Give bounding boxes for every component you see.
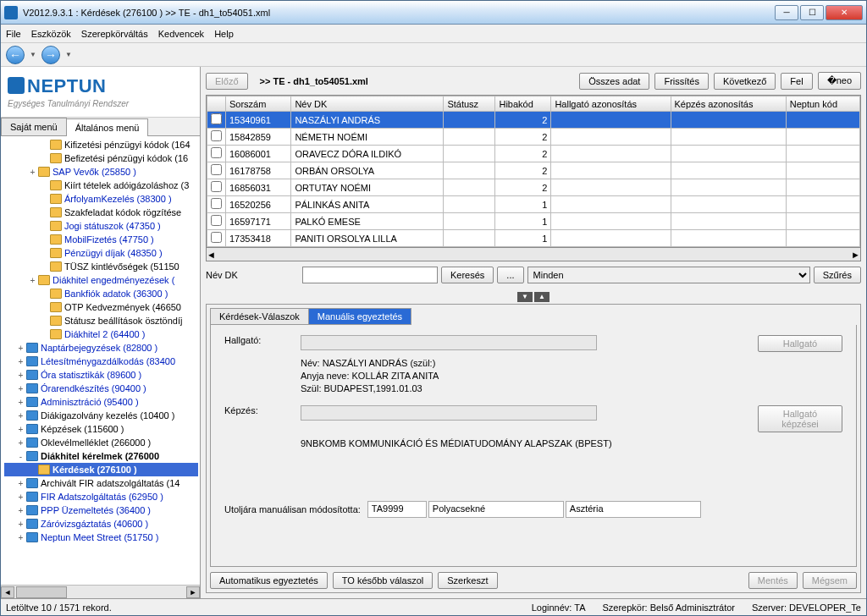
data-grid[interactable]: SorszámNév DKStátuszHibakódHallgató azon… [206, 95, 861, 248]
logo-subtitle: Egységes Tanulmányi Rendszer [8, 99, 193, 108]
tree-item[interactable]: Kiírt tételek adóigázoláshoz (3 [4, 179, 198, 192]
tree-item[interactable]: +FIR Adatszolgáltatás (62950 ) [4, 490, 198, 503]
training-label: Képzés: [224, 405, 301, 415]
tree-item[interactable]: Szakfeladat kódok rögzítése [4, 206, 198, 219]
tab-general-menu[interactable]: Általános menü [66, 118, 149, 136]
nav-forward-button[interactable]: → [41, 46, 60, 64]
tree-hscroll[interactable]: ◄ ► [1, 585, 200, 598]
nav-forward-dropdown[interactable]: ▼ [64, 46, 74, 64]
save-button[interactable]: Mentés [748, 572, 798, 589]
tree-item[interactable]: -Diákhitel kérelmek (276000 [4, 449, 198, 463]
pin-button[interactable]: �neo [818, 72, 861, 90]
filter-bar: Név DK Keresés ... Minden Szűrés [206, 267, 861, 283]
student-label: Hallgató: [224, 335, 301, 345]
menu-help[interactable]: Help [214, 29, 234, 39]
tab-own-menu[interactable]: Saját menü [1, 118, 67, 135]
tree-item[interactable]: +Létesítménygazdálkodás (83400 [4, 355, 198, 368]
nav-back-button[interactable]: ← [6, 46, 25, 64]
grid-scroll-left-icon[interactable]: ◄ [207, 250, 216, 260]
maximize-button[interactable]: ☐ [800, 5, 824, 20]
tree-item[interactable]: Diákhitel 2 (64400 ) [4, 327, 198, 341]
filter-input[interactable] [302, 267, 438, 283]
tree-item[interactable]: +Oklevélmelléklet (266000 ) [4, 436, 198, 449]
lastmod-label: Utoljára manuálisan módosította: [224, 504, 361, 514]
search-button[interactable]: Keresés [441, 267, 494, 283]
tree-item[interactable]: +Neptun Meet Street (51750 ) [4, 531, 198, 544]
edit-button[interactable]: Szerkeszt [438, 572, 497, 589]
next-button[interactable]: Következő [714, 73, 776, 90]
tree-item[interactable]: MobilFizetés (47750 ) [4, 233, 198, 246]
lastmod-firstname: Asztéria [566, 501, 701, 518]
right-panel: Előző >> TE - dh1_to54051.xml Összes ada… [201, 67, 866, 598]
tree-item[interactable]: +Adminisztráció (95400 ) [4, 395, 198, 409]
window-title: V2012.9.3.1 : Kérdések (276100 ) >> TE -… [23, 8, 775, 18]
menu-roleswitch[interactable]: Szerepkörváltás [81, 29, 148, 39]
lastmod-lastname: Polyacsekné [428, 501, 564, 518]
training-button[interactable]: Hallgató képzései [758, 405, 842, 432]
tree-item[interactable]: +Archivált FIR adatszolgáltatás (14 [4, 476, 198, 490]
scroll-left-icon[interactable]: ◄ [1, 586, 14, 598]
logo-area: NEPTUN Egységes Tanulmányi Rendszer [1, 67, 200, 118]
breadcrumb-path: >> TE - dh1_to54051.xml [260, 76, 368, 86]
browse-button[interactable]: ... [497, 267, 523, 283]
tree-item[interactable]: Pénzügyi díjak (48350 ) [4, 246, 198, 260]
menu-file[interactable]: File [6, 29, 21, 39]
app-icon [4, 6, 18, 19]
tree-item[interactable]: Bankfiók adatok (36300 ) [4, 287, 198, 300]
status-records: Letöltve 10 / 1571 rekord. [6, 602, 112, 613]
tree-item[interactable]: +SAP Vevők (25850 ) [4, 165, 198, 179]
tree-item[interactable]: TÜSZ kintlévőségek (51150 [4, 260, 198, 273]
app-window: V2012.9.3.1 : Kérdések (276100 ) >> TE -… [0, 0, 867, 616]
tree-item[interactable]: ÁrfolyamKezelés (38300 ) [4, 192, 198, 206]
status-login: Loginnév: TA [532, 602, 586, 613]
tree-item[interactable]: +PPP Üzemeltetés (36400 ) [4, 503, 198, 517]
up-button[interactable]: Fel [781, 73, 812, 90]
refresh-button[interactable]: Frissítés [654, 73, 709, 90]
grid-scroll-right-icon[interactable]: ► [851, 250, 860, 260]
scroll-thumb[interactable] [16, 586, 67, 598]
tree-item[interactable]: Kifizetési pénzügyi kódok (164 [4, 138, 198, 151]
tree-item[interactable]: +Órarendkészítés (90400 ) [4, 382, 198, 395]
auto-match-button[interactable]: Automatikus egyeztetés [210, 572, 328, 589]
status-role: Szerepkör: Belső Adminisztrátor [602, 602, 735, 613]
tree-item[interactable]: Kérdések (276100 ) [4, 463, 198, 476]
tree-item[interactable]: OTP Kedvezmények (46650 [4, 300, 198, 314]
szures-button[interactable]: Szűrés [814, 267, 861, 283]
tree-item[interactable]: +Diákhitel engedményezések ( [4, 273, 198, 287]
tree-item[interactable]: +Képzések (115600 ) [4, 422, 198, 436]
filter-label: Név DK [206, 270, 299, 280]
tree-item[interactable]: Státusz beállítások ösztöndíj [4, 314, 198, 327]
cancel-button[interactable]: Mégsem [803, 572, 857, 589]
tree-item[interactable]: +Záróvizsgáztatás (40600 ) [4, 517, 198, 531]
tab-manual-match[interactable]: Manuális egyeztetés [308, 308, 411, 325]
nav-back-dropdown[interactable]: ▼ [28, 46, 38, 64]
student-info: Név: NASZÁLYI ANDRÁS (szül:) Anyja neve:… [301, 357, 842, 395]
scroll-right-icon[interactable]: ► [186, 586, 200, 598]
minimize-button[interactable]: ─ [775, 5, 798, 20]
left-tabs: Saját menü Általános menü [1, 118, 200, 136]
tree-item[interactable]: Befizetési pénzügyi kódok (16 [4, 151, 198, 165]
splitter-arrows[interactable]: ▼▲ [206, 290, 861, 302]
lastmod-user: TA9999 [367, 501, 427, 518]
tree-item[interactable]: Jogi státuszok (47350 ) [4, 219, 198, 233]
titlebar: V2012.9.3.1 : Kérdések (276100 ) >> TE -… [1, 1, 866, 25]
prev-button[interactable]: Előző [206, 73, 248, 90]
status-bar: Letöltve 10 / 1571 rekord. Loginnév: TA … [1, 598, 866, 615]
tree-view[interactable]: Kifizetési pénzügyi kódok (164Befizetési… [1, 136, 200, 585]
all-data-button[interactable]: Összes adat [579, 73, 649, 90]
tree-item[interactable]: +Naptárbejegyzések (82800 ) [4, 341, 198, 355]
menubar: File Eszközök Szerepkörváltás Kedvencek … [1, 25, 866, 43]
student-button[interactable]: Hallgató [758, 335, 842, 352]
menu-tools[interactable]: Eszközök [31, 29, 71, 39]
tab-questions[interactable]: Kérdések-Válaszok [210, 308, 309, 325]
training-info: 9NBKOMB KOMMUNIKÁCIÓ ÉS MÉDIATUDOMÁNY AL… [301, 437, 842, 450]
filter-select[interactable]: Minden [527, 267, 810, 283]
tree-item[interactable]: +Diákigazolvány kezelés (10400 ) [4, 409, 198, 422]
menu-favorites[interactable]: Kedvencek [158, 29, 204, 39]
answer-later-button[interactable]: TO később válaszol [333, 572, 433, 589]
close-button[interactable]: ✕ [826, 5, 863, 20]
nav-toolbar: ← ▼ → ▼ [1, 43, 866, 67]
student-field [301, 335, 597, 350]
grid-hscroll[interactable]: ◄ ► [206, 248, 861, 261]
tree-item[interactable]: +Óra statisztikák (89600 ) [4, 368, 198, 382]
